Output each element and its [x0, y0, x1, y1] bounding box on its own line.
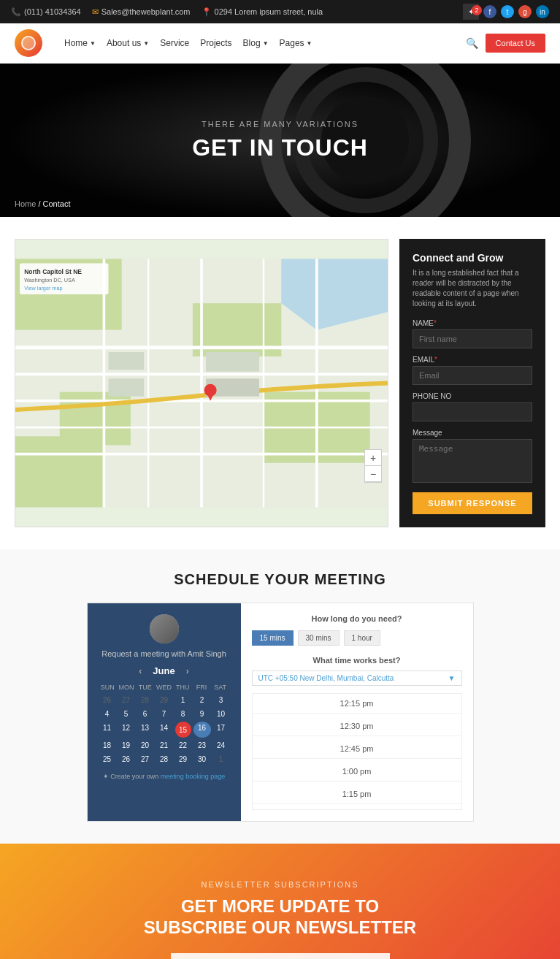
cal-day[interactable]: 29: [156, 694, 173, 706]
calendar-footer: ✦ Create your own meeting booking page: [99, 773, 230, 780]
cal-day[interactable]: 21: [156, 739, 173, 752]
hero-title: GET IN TOUCH: [192, 134, 368, 161]
submit-button[interactable]: SUBMIT RESPONSE: [413, 492, 532, 514]
cal-day[interactable]: 6: [137, 708, 154, 720]
cal-day[interactable]: 4: [99, 708, 116, 720]
cal-day[interactable]: 28: [156, 753, 173, 765]
cal-day[interactable]: 27: [137, 753, 154, 765]
cal-day[interactable]: 9: [193, 708, 211, 720]
contact-us-button[interactable]: Contact Us: [486, 34, 545, 53]
cal-day[interactable]: 8: [174, 708, 192, 720]
newsletter-title-line1: GET MORE UPDATE TO: [15, 896, 545, 917]
nav-service[interactable]: Service: [160, 38, 189, 48]
next-month-button[interactable]: ›: [186, 666, 189, 676]
breadcrumb-current: Contact: [43, 199, 71, 208]
map-container[interactable]: North Capitol St NE Washington DC, USA V…: [15, 239, 388, 527]
time-slot[interactable]: 12:30 pm: [253, 717, 461, 736]
contact-section: North Capitol St NE Washington DC, USA V…: [0, 217, 560, 549]
nav-about[interactable]: About us ▼: [107, 38, 149, 48]
top-bar-right: ✦ 2 f t g in: [463, 4, 549, 20]
prev-month-button[interactable]: ‹: [139, 666, 142, 676]
cal-day[interactable]: 26: [118, 753, 135, 765]
email-address-top: Sales@thewebplant.com: [101, 7, 191, 16]
cal-day[interactable]: 23: [193, 739, 211, 752]
phone-number: (011) 41034364: [24, 7, 81, 16]
cal-day[interactable]: 17: [212, 722, 230, 738]
time-slot[interactable]: 12:45 pm: [253, 739, 461, 759]
duration-1hr-button[interactable]: 1 hour: [344, 630, 380, 646]
logo-inner: [21, 36, 36, 50]
calendar-month-nav: ‹ June ›: [99, 665, 230, 676]
cal-day[interactable]: 1: [174, 694, 192, 706]
message-label: Message: [413, 429, 532, 437]
phone-icon: 📞: [11, 7, 21, 17]
email-input[interactable]: [413, 366, 532, 385]
cal-day[interactable]: 24: [212, 739, 230, 752]
map-svg: North Capitol St NE Washington DC, USA V…: [15, 240, 388, 527]
cal-day[interactable]: 20: [137, 739, 154, 752]
svg-rect-5: [15, 436, 104, 507]
current-month: June: [153, 665, 174, 676]
cal-day[interactable]: 19: [118, 739, 135, 752]
phone-input[interactable]: [413, 402, 532, 421]
nav-blog[interactable]: Blog ▼: [243, 38, 269, 48]
meeting-request-text: Request a meeting with Amit Singh: [99, 649, 230, 658]
cal-day[interactable]: 18: [99, 739, 116, 752]
cal-day[interactable]: 25: [99, 753, 116, 765]
cal-day[interactable]: 12: [118, 722, 135, 738]
nav-home[interactable]: Home ▼: [64, 38, 96, 48]
cal-day[interactable]: 30: [193, 753, 211, 765]
nav-projects[interactable]: Projects: [200, 38, 231, 48]
cal-day[interactable]: 26: [99, 694, 116, 706]
meeting-booking-link[interactable]: meeting booking page: [161, 773, 226, 780]
svg-rect-16: [109, 352, 145, 370]
cal-day[interactable]: 1: [212, 753, 230, 765]
phone-info: 📞 (011) 41034364: [11, 7, 81, 17]
chevron-down-icon: ▼: [263, 40, 269, 47]
newsletter-tag: NEWSLETTER SUBSCRIPTIONS: [15, 880, 545, 889]
newsletter-title-line2: SUBSCRIBE OUR NEWSLETTER: [15, 917, 545, 939]
cal-day[interactable]: 3: [212, 694, 230, 706]
cal-day-today[interactable]: 15: [175, 722, 191, 738]
message-input[interactable]: [413, 439, 532, 483]
cal-day[interactable]: 29: [174, 753, 192, 765]
cal-day[interactable]: 14: [156, 722, 173, 738]
cal-day[interactable]: 13: [137, 722, 154, 738]
cal-day[interactable]: 22: [174, 739, 192, 752]
cal-day[interactable]: 27: [118, 694, 135, 706]
time-slot[interactable]: 1:15 pm: [253, 784, 461, 804]
time-slot[interactable]: 1:00 pm: [253, 762, 461, 782]
cal-day[interactable]: 28: [137, 694, 154, 706]
day-wed: WED: [155, 684, 174, 691]
timezone-select[interactable]: UTC +05:50 New Delhi, Mumbai, Calcutta ▼: [252, 670, 462, 686]
cal-day[interactable]: 11: [99, 722, 116, 738]
svg-text:Washington DC, USA: Washington DC, USA: [24, 277, 75, 283]
time-slot[interactable]: 12:15 pm: [253, 694, 461, 714]
contact-form: Connect and Grow It is a long establishe…: [399, 239, 545, 527]
newsletter-email-input[interactable]: [171, 953, 390, 959]
search-icon[interactable]: 🔍: [466, 37, 478, 49]
duration-30-button[interactable]: 30 mins: [298, 630, 340, 646]
cal-day[interactable]: 7: [156, 708, 173, 720]
cal-day[interactable]: 16: [193, 722, 211, 738]
time-slot[interactable]: 1:30 pm: [253, 807, 461, 810]
googleplus-icon[interactable]: g: [518, 5, 532, 18]
schedule-widget: Request a meeting with Amit Singh ‹ June…: [87, 603, 474, 822]
facebook-icon[interactable]: f: [483, 5, 496, 18]
name-input[interactable]: [413, 329, 532, 348]
logo-circle: [15, 29, 42, 57]
time-slots-list: 12:15 pm 12:30 pm 12:45 pm 1:00 pm 1:15 …: [252, 693, 462, 810]
cal-day[interactable]: 5: [118, 708, 135, 720]
breadcrumb-home[interactable]: Home: [15, 199, 36, 208]
calendar-days-header: SUN MON TUE WED THU FRI SAT: [99, 684, 230, 691]
nav-pages[interactable]: Pages ▼: [280, 38, 312, 48]
cal-day[interactable]: 10: [212, 708, 230, 720]
zoom-in-button[interactable]: +: [365, 450, 381, 466]
name-label: NAME*: [413, 319, 532, 327]
twitter-icon[interactable]: t: [501, 5, 514, 18]
zoom-out-button[interactable]: −: [365, 466, 381, 482]
linkedin-icon[interactable]: in: [536, 5, 549, 18]
logo[interactable]: [15, 29, 42, 57]
cal-day[interactable]: 2: [193, 694, 211, 706]
duration-15-button[interactable]: 15 mins: [252, 630, 294, 646]
